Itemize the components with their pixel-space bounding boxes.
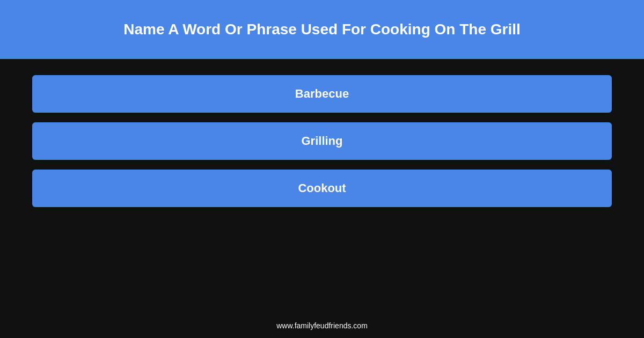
answer-button-1[interactable]: Barbecue — [32, 75, 612, 113]
footer-url: www.familyfeudfriends.com — [276, 321, 368, 330]
question-title: Name A Word Or Phrase Used For Cooking O… — [123, 20, 521, 39]
question-header: Name A Word Or Phrase Used For Cooking O… — [0, 0, 644, 59]
answers-container: Barbecue Grilling Cookout — [0, 59, 644, 313]
footer: www.familyfeudfriends.com — [0, 313, 644, 338]
answer-button-3[interactable]: Cookout — [32, 170, 612, 207]
answer-button-2[interactable]: Grilling — [32, 122, 612, 160]
